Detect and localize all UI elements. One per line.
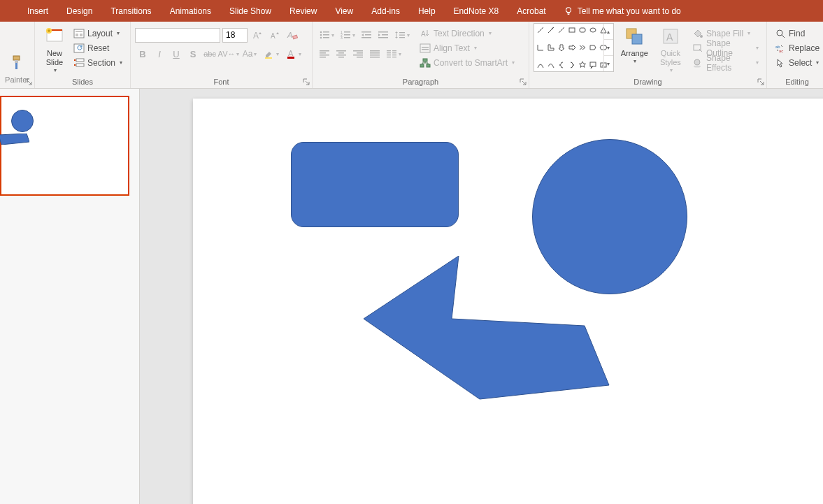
gallery-scrollbar[interactable]: ▴ ▾ ▾ <box>603 24 613 71</box>
slide-thumbnail-1[interactable] <box>0 96 129 196</box>
shape-brace-right-icon[interactable] <box>567 60 577 70</box>
svg-rect-36 <box>362 37 371 38</box>
tab-design[interactable]: Design <box>57 0 101 22</box>
slide-canvas-area[interactable] <box>140 89 823 504</box>
tab-home-edge[interactable] <box>0 0 18 22</box>
svg-rect-78 <box>569 28 575 32</box>
tell-me-search[interactable]: Tell me what you want to do <box>555 6 689 16</box>
tab-acrobat[interactable]: Acrobat <box>508 0 554 22</box>
smartart-button[interactable]: Convert to SmartArt▾ <box>416 55 518 70</box>
section-button[interactable]: Section▾ <box>70 55 126 70</box>
decrease-font-button[interactable]: A <box>267 27 282 43</box>
shape-oval-icon[interactable] <box>588 25 598 35</box>
shape-arrow-down-icon[interactable] <box>557 43 566 52</box>
tab-animations[interactable]: Animations <box>161 0 220 22</box>
replace-button[interactable]: abac Replace <box>771 41 823 55</box>
justify-button[interactable] <box>367 46 382 62</box>
new-slide-label: New Slide <box>46 49 63 67</box>
svg-rect-8 <box>76 34 78 36</box>
reset-button[interactable]: Reset <box>70 41 126 55</box>
numbering-button[interactable]: 123▾ <box>338 27 357 43</box>
drawing-launcher[interactable] <box>757 78 765 86</box>
shape-line-icon[interactable] <box>536 25 545 35</box>
slide-canvas[interactable] <box>193 99 823 504</box>
tab-endnote[interactable]: EndNote X8 <box>445 0 508 22</box>
tab-review[interactable]: Review <box>280 0 326 22</box>
quick-styles-button[interactable]: A Quick Styles▾ <box>655 23 686 74</box>
layout-button[interactable]: Layout▾ <box>70 26 126 41</box>
svg-text:A: A <box>253 31 259 41</box>
shape-l-icon[interactable] <box>546 43 556 52</box>
increase-indent-button[interactable] <box>375 27 391 43</box>
shape-line-arrow-icon[interactable] <box>546 25 556 35</box>
highlight-button[interactable]: ▾ <box>261 46 282 62</box>
text-shadow-button[interactable]: S <box>185 46 201 62</box>
section-icon <box>73 57 85 69</box>
replace-icon: abac <box>775 43 786 54</box>
font-size-input[interactable] <box>222 28 248 43</box>
increase-font-button[interactable]: A <box>250 27 265 43</box>
align-right-button[interactable] <box>350 46 366 62</box>
svg-rect-57 <box>370 52 380 54</box>
paragraph-launcher[interactable] <box>519 78 527 86</box>
shape-chevron-icon[interactable] <box>578 43 587 52</box>
gallery-scroll-down-icon[interactable]: ▾ <box>604 40 613 56</box>
shapes-gallery[interactable]: A ▴ ▾ ▾ <box>534 23 614 72</box>
font-launcher[interactable] <box>302 78 310 86</box>
char-spacing-button[interactable]: AV↔▾ <box>219 46 238 62</box>
svg-line-77 <box>559 27 564 33</box>
tab-transitions[interactable]: Transitions <box>101 0 160 22</box>
underline-button[interactable]: U <box>169 46 184 62</box>
svg-rect-79 <box>580 28 585 32</box>
decrease-indent-button[interactable] <box>359 27 374 43</box>
tab-insert[interactable]: Insert <box>18 0 57 22</box>
line-spacing-button[interactable]: ▾ <box>392 27 412 43</box>
change-case-button[interactable]: Aa▾ <box>240 46 259 62</box>
tab-addins[interactable]: Add-ins <box>362 0 409 22</box>
new-slide-button[interactable]: New Slide ▾ <box>39 23 70 74</box>
text-direction-button[interactable]: A Text Direction▾ <box>416 26 518 41</box>
slide-shape-rounded-rectangle[interactable] <box>291 142 459 227</box>
shape-pentagon-icon[interactable] <box>588 43 598 52</box>
svg-rect-73 <box>420 64 424 67</box>
clear-formatting-button[interactable]: A <box>285 27 300 43</box>
shape-rect-icon[interactable] <box>567 25 577 35</box>
strikethrough-button[interactable]: abc <box>202 46 217 62</box>
shape-brace-left-icon[interactable] <box>557 60 566 70</box>
align-left-button[interactable] <box>317 46 332 62</box>
shape-star-icon[interactable] <box>578 60 587 70</box>
align-text-button[interactable]: Align Text▾ <box>416 41 518 55</box>
shape-right-angle-icon[interactable] <box>536 43 545 52</box>
thumb-shape-arrow <box>0 134 29 145</box>
shape-arrow-right-icon[interactable] <box>567 43 577 52</box>
shape-roundrect-icon[interactable] <box>578 25 587 35</box>
italic-button[interactable]: I <box>152 46 167 62</box>
svg-rect-72 <box>423 59 427 62</box>
select-button[interactable]: Select▾ <box>771 55 822 70</box>
clipboard-launcher[interactable] <box>24 78 33 86</box>
shape-effects-button[interactable]: Shape Effects▾ <box>689 55 762 70</box>
find-button[interactable]: Find <box>771 26 808 41</box>
svg-rect-43 <box>399 37 405 38</box>
align-text-label: Align Text <box>434 43 470 53</box>
bullets-button[interactable]: ▾ <box>317 27 336 43</box>
align-center-button[interactable] <box>334 46 349 62</box>
tab-help[interactable]: Help <box>409 0 445 22</box>
gallery-scroll-up-icon[interactable]: ▴ <box>604 24 613 40</box>
bold-button[interactable]: B <box>135 46 150 62</box>
tab-slideshow[interactable]: Slide Show <box>220 0 280 22</box>
arrange-button[interactable]: Arrange▾ <box>617 23 652 65</box>
columns-button[interactable]: ▾ <box>384 46 403 62</box>
shape-connector-icon[interactable] <box>557 25 566 35</box>
font-name-input[interactable] <box>135 28 220 43</box>
font-color-button[interactable]: A▾ <box>283 46 304 62</box>
layout-icon <box>73 28 85 39</box>
gallery-more-icon[interactable]: ▾ <box>604 56 613 71</box>
slide-shape-arrow[interactable] <box>361 256 613 403</box>
svg-rect-47 <box>320 57 326 58</box>
align-text-icon <box>420 43 431 54</box>
shape-curve-icon[interactable] <box>536 60 545 70</box>
shape-callout-icon[interactable] <box>588 60 598 70</box>
shape-curve2-icon[interactable] <box>546 60 556 70</box>
tab-view[interactable]: View <box>326 0 362 22</box>
